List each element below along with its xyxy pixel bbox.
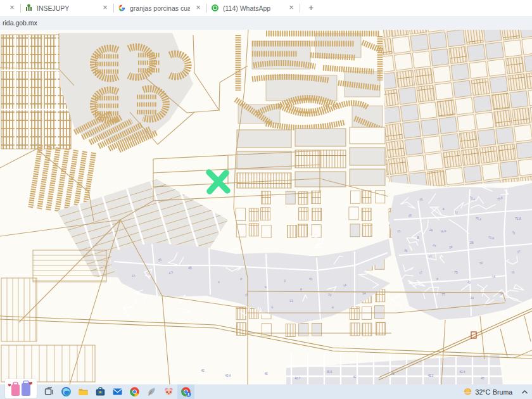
mail-button[interactable] <box>109 384 126 399</box>
tab-google-search[interactable]: granjas porcinas cuanta distan… × <box>114 0 206 16</box>
cadastral-map[interactable]: 254.545689244323143421817265257541175.47… <box>0 30 532 384</box>
taskbar: 32°C Bruma <box>0 384 532 399</box>
close-icon[interactable]: × <box>101 4 110 13</box>
browser-chrome: × INSEJUPY × granjas porcinas cu <box>0 0 532 30</box>
tab-title: (114) WhatsApp <box>223 4 270 12</box>
parcel-number-label: 8 <box>417 236 419 239</box>
close-icon[interactable]: × <box>194 4 203 13</box>
parcel-number-label: 26 <box>470 241 474 244</box>
task-view-icon <box>44 387 54 396</box>
mail-icon <box>112 386 123 397</box>
parcel-number-label: 42 <box>201 369 205 372</box>
character-icon <box>163 386 174 397</box>
task-view-button[interactable] <box>41 384 58 399</box>
tab-title: INSEJUPY <box>37 4 69 12</box>
briefcase-button[interactable] <box>92 384 109 399</box>
parcel-number-label: 45.2 <box>428 374 434 377</box>
file-explorer-button[interactable] <box>75 384 92 399</box>
chrome-button[interactable] <box>126 384 143 399</box>
tab-active-partial[interactable]: × <box>0 0 20 16</box>
tab-strip: × INSEJUPY × granjas porcinas cu <box>0 0 532 16</box>
chrome-profile-icon <box>180 386 191 397</box>
parcel-number-label: 42.4 <box>460 370 466 374</box>
parcel-number-label: 4 <box>443 208 445 211</box>
show-hidden-icons-chevron[interactable] <box>521 390 528 395</box>
tab-insejupy[interactable]: INSEJUPY × <box>21 0 113 16</box>
parcel-number-label: 45 <box>481 377 484 380</box>
parcel-number-label: 43.4 <box>225 374 231 377</box>
parcel-number-label: 42 <box>353 376 357 379</box>
parcel-number-label: 42.7 <box>295 377 301 380</box>
parcel-number-label: 4 <box>300 288 302 291</box>
insejupy-favicon <box>25 4 33 12</box>
briefcase-icon <box>95 386 106 397</box>
parcel-number-label: 21 <box>289 300 293 303</box>
parcel-number-label: 71.8 <box>515 217 521 220</box>
weather-temp[interactable]: 32°C <box>476 388 490 396</box>
parcel-number-label: 45.6 <box>327 370 332 374</box>
chrome-icon <box>129 386 140 397</box>
parcel-number-label: 45 <box>264 372 268 376</box>
close-icon[interactable]: × <box>8 4 16 13</box>
chrome-profile-button[interactable] <box>177 384 194 399</box>
file-explorer-icon <box>78 386 89 397</box>
new-tab-button[interactable]: + <box>305 3 317 14</box>
tab-separator <box>300 4 300 13</box>
edge-icon <box>61 386 72 397</box>
paint-button[interactable] <box>143 384 160 399</box>
whatsapp-favicon <box>211 4 219 12</box>
character-button[interactable] <box>160 384 177 399</box>
taskbar-tray: 32°C Bruma <box>463 384 532 399</box>
paint-feather-icon <box>146 386 157 397</box>
hazy-sun-icon <box>463 387 472 396</box>
tab-title: granjas porcinas cuanta distan… <box>130 4 190 12</box>
toolbar: rida.gob.mx <box>0 16 532 30</box>
ejido-region-right: 257541175.475.875.68293677282673.8752732… <box>389 183 532 320</box>
edge-button[interactable] <box>58 384 75 399</box>
google-favicon <box>118 4 126 12</box>
parcel-number-label: 45 <box>188 267 192 270</box>
weather-condition[interactable]: Bruma <box>493 388 512 396</box>
luggage-stickers-icon <box>5 379 37 398</box>
parcel-number-label: 77 <box>441 293 445 296</box>
close-icon[interactable]: × <box>287 4 296 13</box>
url-text[interactable]: rida.gob.mx <box>0 19 37 27</box>
screen: × INSEJUPY × granjas porcinas cu <box>0 0 532 399</box>
tab-whatsapp[interactable]: (114) WhatsApp × <box>207 0 300 16</box>
parcel-number-label: 75 <box>454 271 458 274</box>
taskbar-icons <box>41 384 194 399</box>
